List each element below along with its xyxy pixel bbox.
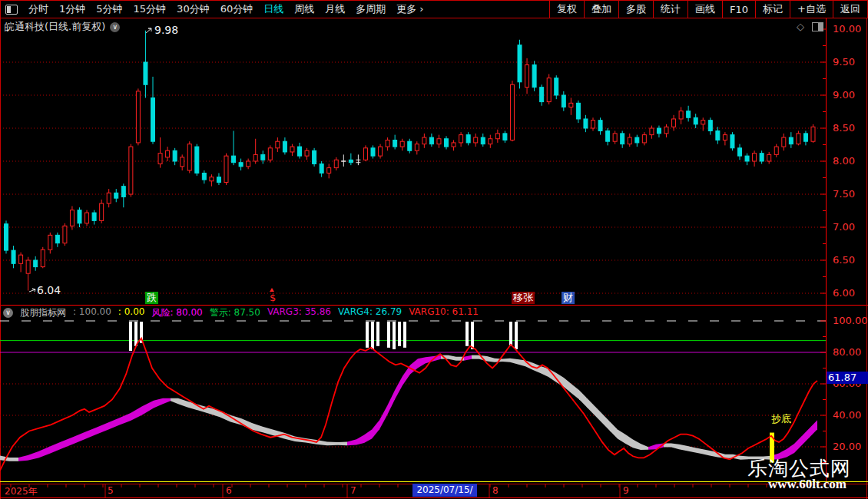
toolbar-button-返回[interactable]: 返回 xyxy=(833,1,867,18)
toolbar-item-分时[interactable]: 分时 xyxy=(28,2,48,16)
indicator-axis-label: 40.00 xyxy=(833,410,866,421)
toolbar-item-5分钟[interactable]: 5分钟 xyxy=(96,2,122,16)
toolbar-button-标记[interactable]: 标记 xyxy=(755,1,790,18)
toolbar-button-F10[interactable]: F10 xyxy=(722,1,755,18)
price-label: 6.00 xyxy=(833,288,866,299)
price-label: 9.50 xyxy=(833,57,866,68)
price-label: 6.50 xyxy=(833,255,866,266)
indicator-axis-label: 100.00 xyxy=(833,316,866,326)
indicator-header-values: : 100.00: 0.00风险: 80.00警示: 87.50VARG3: 3… xyxy=(73,306,479,319)
indicator-current-value-badge: 61.87 xyxy=(827,372,868,384)
toolbar-button-复权[interactable]: 复权 xyxy=(549,1,584,18)
indicator-value-5: VARG4: 26.79 xyxy=(338,306,402,319)
price-label: 8.50 xyxy=(833,123,866,134)
indicator-value-4: VARG3: 35.86 xyxy=(267,306,331,319)
stock-title: 皖通科技(日线.前复权) xyxy=(5,20,105,34)
collapse-chevron-icon[interactable]: ∨ xyxy=(3,308,13,318)
indicator-value-6: VARG10: 61.11 xyxy=(409,306,479,319)
chevron-down-icon[interactable]: ∨ xyxy=(110,22,120,32)
price-label: 8.00 xyxy=(833,156,866,167)
toolbar-item-30分钟[interactable]: 30分钟 xyxy=(177,2,210,16)
toolbar-item-多周期[interactable]: 多周期 xyxy=(356,2,386,16)
indicator-name: 股朋指标网 xyxy=(20,306,66,319)
diamond-icon[interactable]: ◇ xyxy=(797,21,804,32)
chart-marker-跌: 跌 xyxy=(145,292,158,304)
buy-signal-label: 抄底 xyxy=(771,412,791,426)
toolbar-item-日线[interactable]: 日线 xyxy=(263,2,283,16)
chart-marker-移张: 移张 xyxy=(512,292,535,304)
date-label: 2025年 xyxy=(5,485,38,498)
toolbar-items: 分时1分钟5分钟15分钟30分钟60分钟日线周线月线多周期更多 › xyxy=(1,2,549,16)
toolbar-item-60分钟[interactable]: 60分钟 xyxy=(220,2,253,16)
toolbar-right: 复权叠加多股统计画线F10标记+自选返回 xyxy=(549,1,867,18)
up-arrow-icon xyxy=(270,288,274,292)
indicator-value-2: 风险: 80.00 xyxy=(151,306,202,319)
toolbar-button-多股[interactable]: 多股 xyxy=(618,1,653,18)
toolbar-item-1分钟[interactable]: 1分钟 xyxy=(59,2,85,16)
layout-panel-icon[interactable] xyxy=(5,5,18,15)
toolbar-item-更多 ›[interactable]: 更多 › xyxy=(396,2,423,16)
stock-title-row[interactable]: 皖通科技(日线.前复权) ∨ xyxy=(5,20,120,34)
chart-marker-$: $ xyxy=(268,292,277,304)
price-label: 10.00 xyxy=(833,24,866,35)
toolbar-button-叠加[interactable]: 叠加 xyxy=(584,1,618,18)
price-label: 9.00 xyxy=(833,90,866,101)
split-square-icon[interactable] xyxy=(812,22,823,31)
chart-corner-icons: ◇ xyxy=(797,21,823,32)
date-label: 6 xyxy=(226,485,232,496)
toolbar-item-月线[interactable]: 月线 xyxy=(325,2,345,16)
indicator-axis-label: 80.00 xyxy=(833,347,866,358)
toolbar-item-周线[interactable]: 周线 xyxy=(294,2,314,16)
date-label: 5 xyxy=(108,485,114,496)
toolbar-button-+自选[interactable]: +自选 xyxy=(790,1,833,18)
watermark-site-url: www.60lt.com xyxy=(768,477,846,492)
top-toolbar: 分时1分钟5分钟15分钟30分钟60分钟日线周线月线多周期更多 › 复权叠加多股… xyxy=(0,0,868,18)
toolbar-button-统计[interactable]: 统计 xyxy=(653,1,687,18)
date-label: 7 xyxy=(350,485,356,496)
price-label: 7.00 xyxy=(833,222,866,233)
indicator-axis-label: 20.00 xyxy=(833,441,866,452)
indicator-header: ∨ 股朋指标网 : 100.00: 0.00风险: 80.00警示: 87.50… xyxy=(3,306,479,319)
app-window: 分时1分钟5分钟15分钟30分钟60分钟日线周线月线多周期更多 › 复权叠加多股… xyxy=(0,0,868,499)
price-label: 7.50 xyxy=(833,189,866,200)
low-annotation: 6.04 xyxy=(37,284,61,296)
date-label: 9 xyxy=(623,485,629,496)
chart-marker-财: 财 xyxy=(562,292,575,304)
indicator-value-3: 警示: 87.50 xyxy=(210,306,260,319)
indicator-value-1: : 0.00 xyxy=(118,306,145,319)
chart-plot-area[interactable] xyxy=(0,0,868,499)
high-annotation: 9.98 xyxy=(154,24,178,36)
selected-date: 2025/07/15/二 xyxy=(412,484,477,497)
toolbar-button-画线[interactable]: 画线 xyxy=(687,1,722,18)
date-label: 8 xyxy=(492,485,499,496)
toolbar-item-15分钟[interactable]: 15分钟 xyxy=(134,2,167,16)
indicator-value-0: : 100.00 xyxy=(73,306,111,319)
